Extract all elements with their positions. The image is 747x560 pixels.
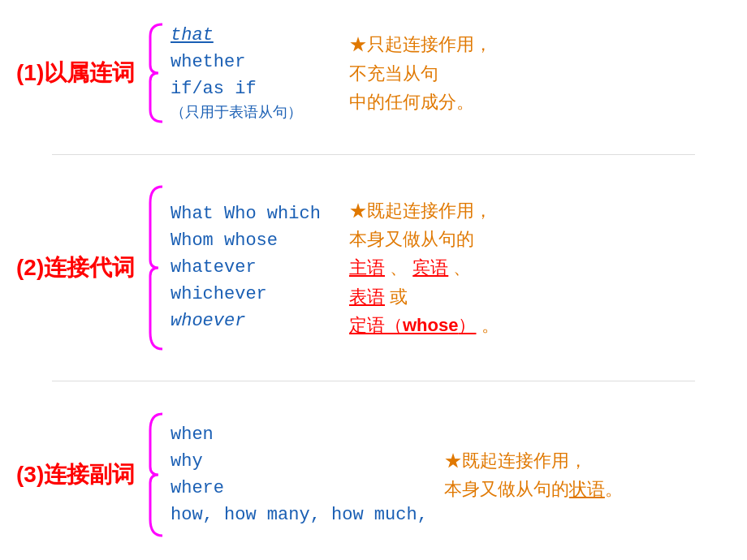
word-if-as-if: if/as if bbox=[171, 75, 333, 102]
comment-2-line-1: ★既起连接作用， bbox=[349, 196, 499, 225]
word-whatever: whatever bbox=[171, 254, 333, 281]
highlight-object: 宾语 bbox=[412, 257, 448, 278]
word-how: how, how many, how much, bbox=[171, 502, 428, 528]
comment-3-line-1: ★既起连接作用， bbox=[444, 446, 623, 475]
divider-2 bbox=[52, 381, 695, 381]
brace-3 bbox=[146, 410, 171, 540]
section-1-comment: ★只起连接作用， 不充当从句 中的任何成分。 bbox=[349, 30, 492, 116]
comment-1-line-2: 不充当从句 bbox=[349, 59, 492, 88]
comment-3-line-2: 本身又做从句的状语。 bbox=[444, 475, 623, 503]
section-3-comment: ★既起连接作用， 本身又做从句的状语。 bbox=[444, 446, 623, 503]
word-whether: whether bbox=[171, 49, 333, 75]
section-3-words: when why where how, how many, how much, bbox=[171, 421, 428, 528]
word-when: when bbox=[171, 421, 428, 448]
section-2: (2)连接代词 What Who which Whom whose whatev… bbox=[16, 183, 731, 353]
highlight-attr: 定语（whose） bbox=[349, 315, 476, 335]
section-1-label: (1)以属连词 bbox=[16, 58, 146, 88]
word-whom-whose: Whom whose bbox=[171, 227, 333, 254]
word-what-who-which: What Who which bbox=[171, 200, 333, 227]
comment-1-line-3: 中的任何成分。 bbox=[349, 88, 492, 116]
section-3: (3)连接副词 when why where how, how many, ho… bbox=[16, 410, 731, 540]
comment-2-line-3: 主语 、 宾语 、 bbox=[349, 253, 499, 282]
highlight-subject: 主语 bbox=[349, 257, 385, 278]
section-2-label: (2)连接代词 bbox=[16, 252, 146, 283]
brace-1 bbox=[146, 20, 171, 126]
divider-1 bbox=[52, 154, 695, 155]
word-whichever: whichever bbox=[171, 281, 333, 308]
comment-1-line-1: ★只起连接作用， bbox=[349, 30, 492, 58]
comment-2-line-5: 定语（whose） 。 bbox=[349, 311, 499, 339]
section-2-words: What Who which Whom whose whatever which… bbox=[171, 200, 333, 334]
comment-2-line-4: 表语 或 bbox=[349, 282, 499, 311]
section-1-words: that whether if/as if （只用于表语从句） bbox=[171, 22, 333, 124]
section-1: (1)以属连词 that whether if/as if （只用于表语从句） … bbox=[16, 20, 731, 126]
word-that: that bbox=[171, 22, 333, 49]
main-container: (1)以属连词 that whether if/as if （只用于表语从句） … bbox=[0, 0, 747, 560]
section-2-comment: ★既起连接作用， 本身又做从句的 主语 、 宾语 、 表语 或 定语（whose… bbox=[349, 196, 499, 339]
brace-2 bbox=[146, 183, 171, 353]
comment-2-line-2: 本身又做从句的 bbox=[349, 225, 499, 253]
highlight-predicate: 表语 bbox=[349, 286, 385, 307]
word-note-1: （只用于表语从句） bbox=[171, 102, 333, 124]
word-why: why bbox=[171, 448, 428, 475]
section-3-label: (3)连接副词 bbox=[16, 459, 146, 490]
highlight-adverb: 状语 bbox=[569, 479, 605, 499]
word-whoever: whoever bbox=[171, 308, 333, 334]
word-where: where bbox=[171, 475, 428, 502]
